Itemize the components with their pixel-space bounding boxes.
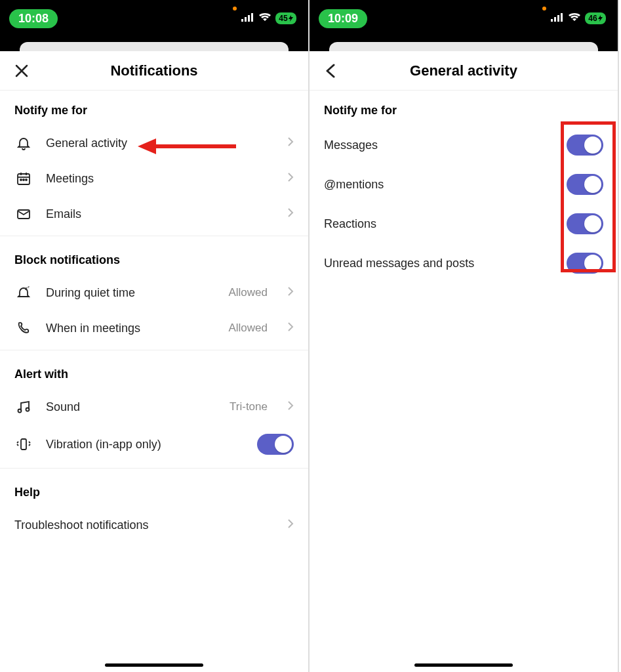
svg-rect-20 — [554, 17, 556, 22]
mentions-toggle[interactable] — [567, 174, 603, 195]
svg-text:z: z — [28, 285, 30, 289]
wifi-icon — [568, 12, 581, 24]
status-bar: 10:08 45 — [0, 0, 308, 37]
svg-point-9 — [23, 179, 24, 180]
row-label: General activity — [46, 136, 274, 150]
phone-right: 10:09 46 General activity Notify me for … — [310, 0, 619, 672]
svg-rect-3 — [251, 13, 253, 22]
row-value: Allowed — [228, 286, 268, 299]
home-indicator[interactable] — [105, 663, 203, 667]
nav-bar: Notifications — [0, 51, 308, 91]
row-label: Unread messages and posts — [324, 257, 474, 270]
status-icons: 45 — [241, 12, 296, 24]
status-icons: 46 — [551, 12, 606, 24]
svg-point-14 — [18, 410, 22, 413]
battery-icon: 45 — [275, 12, 296, 24]
bell-icon — [14, 135, 33, 151]
svg-rect-22 — [561, 13, 563, 22]
row-mentions[interactable]: @mentions — [310, 165, 618, 204]
svg-rect-19 — [551, 19, 553, 22]
svg-rect-1 — [245, 17, 247, 22]
row-value: Tri-tone — [230, 400, 268, 413]
page-title: General activity — [410, 62, 517, 79]
reactions-toggle[interactable] — [567, 213, 603, 234]
chevron-left-icon — [325, 64, 338, 78]
row-in-meetings[interactable]: When in meetings Allowed — [0, 310, 308, 346]
row-label: Emails — [46, 207, 274, 221]
sheet-grabber — [0, 37, 308, 51]
calendar-icon — [14, 171, 33, 186]
row-unread[interactable]: Unread messages and posts — [310, 243, 618, 283]
row-reactions[interactable]: Reactions — [310, 204, 618, 243]
vibration-icon — [14, 436, 33, 452]
recording-indicator-icon — [542, 7, 546, 10]
svg-rect-16 — [21, 439, 26, 450]
back-button[interactable] — [320, 60, 342, 82]
svg-rect-0 — [241, 19, 243, 22]
row-label: Sound — [46, 400, 216, 414]
section-header-notify: Notify me for — [0, 91, 308, 125]
row-label: During quiet time — [46, 286, 215, 300]
quiet-time-icon: zz — [14, 285, 33, 301]
chevron-right-icon — [287, 400, 294, 413]
chevron-right-icon — [287, 518, 294, 532]
sheet: Notifications Notify me for General acti… — [0, 51, 308, 672]
svg-point-8 — [20, 179, 22, 180]
chevron-right-icon — [287, 207, 294, 220]
divider — [0, 350, 308, 350]
chevron-right-icon — [287, 286, 294, 299]
row-label: Reactions — [324, 217, 376, 231]
row-emails[interactable]: Emails — [0, 196, 308, 232]
section-header-notify: Notify me for — [310, 91, 618, 125]
row-meetings[interactable]: Meetings — [0, 161, 308, 196]
close-button[interactable] — [10, 60, 33, 82]
row-label: Messages — [324, 138, 378, 152]
nav-bar: General activity — [310, 51, 618, 91]
vibration-toggle[interactable] — [257, 434, 294, 455]
row-sound[interactable]: Sound Tri-tone — [0, 389, 308, 425]
sheet: General activity Notify me for Messages … — [310, 51, 618, 672]
row-label: When in meetings — [46, 322, 215, 335]
section-header-block: Block notifications — [0, 240, 308, 275]
row-messages[interactable]: Messages — [310, 125, 618, 165]
divider — [0, 468, 308, 469]
row-quiet-time[interactable]: zz During quiet time Allowed — [0, 275, 308, 310]
messages-toggle[interactable] — [567, 135, 603, 156]
close-icon — [14, 64, 29, 78]
home-indicator[interactable] — [414, 663, 513, 667]
recording-indicator-icon — [233, 7, 237, 10]
phone-icon — [14, 320, 33, 336]
row-label: Troubleshoot notifications — [14, 518, 274, 532]
unread-toggle[interactable] — [567, 253, 603, 274]
row-label: Meetings — [46, 172, 274, 186]
cellular-icon — [551, 12, 564, 24]
mail-icon — [14, 206, 33, 222]
battery-icon: 46 — [585, 12, 606, 24]
svg-point-15 — [26, 408, 30, 411]
cellular-icon — [241, 12, 254, 24]
row-label: Vibration (in-app only) — [46, 438, 244, 452]
divider — [0, 236, 308, 236]
section-header-alert: Alert with — [0, 354, 308, 389]
svg-rect-2 — [248, 15, 250, 22]
phone-left: 10:08 45 Notifications Notify me for Gen… — [0, 0, 310, 672]
page-title: Notifications — [110, 62, 197, 79]
row-label: @mentions — [324, 178, 384, 192]
svg-rect-21 — [557, 15, 559, 22]
music-icon — [14, 399, 33, 415]
section-header-help: Help — [0, 472, 308, 507]
status-time: 10:08 — [9, 9, 58, 28]
status-time: 10:09 — [319, 9, 367, 28]
row-value: Allowed — [228, 322, 268, 335]
chevron-right-icon — [287, 322, 294, 335]
chevron-right-icon — [287, 172, 294, 185]
row-general-activity[interactable]: General activity — [0, 125, 308, 161]
chevron-right-icon — [287, 136, 294, 150]
sheet-grabber — [310, 37, 618, 51]
svg-point-10 — [26, 179, 27, 180]
wifi-icon — [258, 12, 271, 24]
row-vibration[interactable]: Vibration (in-app only) — [0, 425, 308, 464]
row-troubleshoot[interactable]: Troubleshoot notifications — [0, 507, 308, 543]
status-bar: 10:09 46 — [310, 0, 618, 37]
